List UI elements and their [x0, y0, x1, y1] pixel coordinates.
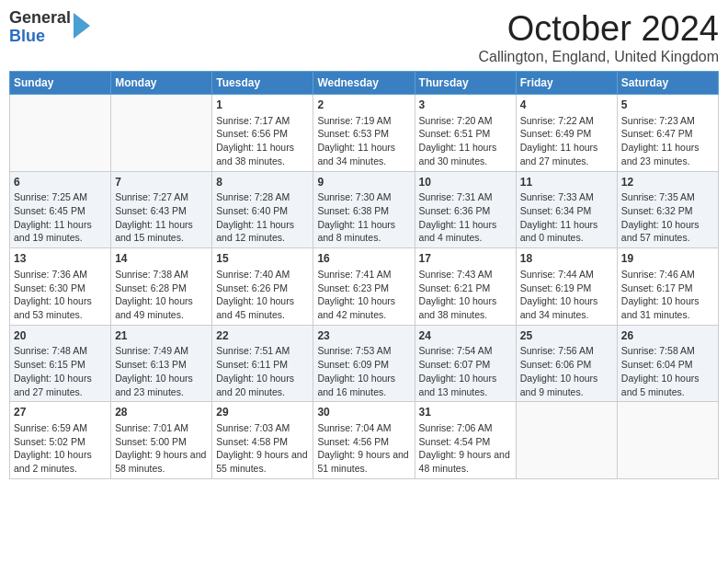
week-row-2: 6Sunrise: 7:25 AM Sunset: 6:45 PM Daylig…	[10, 171, 719, 248]
calendar-cell: 12Sunrise: 7:35 AM Sunset: 6:32 PM Dayli…	[617, 171, 718, 248]
day-number: 17	[419, 251, 512, 267]
day-info: Sunrise: 7:58 AM Sunset: 6:04 PM Dayligh…	[621, 344, 714, 398]
day-info: Sunrise: 7:44 AM Sunset: 6:19 PM Dayligh…	[520, 268, 613, 322]
day-number: 14	[115, 251, 208, 267]
day-number: 12	[621, 175, 714, 190]
day-info: Sunrise: 7:22 AM Sunset: 6:49 PM Dayligh…	[520, 114, 613, 168]
calendar-cell	[111, 95, 212, 172]
calendar-cell: 28Sunrise: 7:01 AM Sunset: 5:00 PM Dayli…	[111, 402, 212, 479]
calendar-cell: 9Sunrise: 7:30 AM Sunset: 6:38 PM Daylig…	[313, 171, 415, 248]
day-number: 22	[216, 328, 309, 344]
day-number: 21	[115, 328, 208, 344]
day-number: 26	[621, 328, 714, 344]
day-info: Sunrise: 7:41 AM Sunset: 6:23 PM Dayligh…	[317, 268, 410, 322]
day-info: Sunrise: 7:04 AM Sunset: 4:56 PM Dayligh…	[317, 421, 410, 476]
calendar-cell: 21Sunrise: 7:49 AM Sunset: 6:13 PM Dayli…	[111, 325, 212, 402]
header-row: SundayMondayTuesdayWednesdayThursdayFrid…	[10, 72, 719, 95]
week-row-5: 27Sunrise: 6:59 AM Sunset: 5:02 PM Dayli…	[10, 402, 719, 479]
day-number: 15	[216, 251, 309, 267]
header-monday: Monday	[111, 72, 212, 95]
calendar-cell: 14Sunrise: 7:38 AM Sunset: 6:28 PM Dayli…	[111, 248, 212, 326]
calendar-cell	[516, 402, 617, 479]
calendar-cell: 18Sunrise: 7:44 AM Sunset: 6:19 PM Dayli…	[516, 248, 617, 326]
calendar-cell: 7Sunrise: 7:27 AM Sunset: 6:43 PM Daylig…	[111, 171, 212, 248]
calendar-cell: 8Sunrise: 7:28 AM Sunset: 6:40 PM Daylig…	[212, 171, 313, 248]
day-number: 13	[14, 251, 107, 267]
day-number: 25	[520, 328, 613, 344]
day-number: 2	[317, 98, 410, 113]
day-number: 28	[115, 405, 208, 420]
location: Callington, England, United Kingdom	[479, 49, 720, 65]
calendar-cell: 17Sunrise: 7:43 AM Sunset: 6:21 PM Dayli…	[415, 248, 516, 326]
day-info: Sunrise: 7:03 AM Sunset: 4:58 PM Dayligh…	[216, 421, 309, 476]
calendar-cell: 13Sunrise: 7:36 AM Sunset: 6:30 PM Dayli…	[10, 248, 111, 326]
week-row-1: 1Sunrise: 7:17 AM Sunset: 6:56 PM Daylig…	[10, 95, 719, 172]
day-number: 27	[14, 405, 107, 420]
day-number: 4	[520, 98, 613, 113]
day-number: 16	[317, 251, 410, 267]
day-info: Sunrise: 7:06 AM Sunset: 4:54 PM Dayligh…	[419, 421, 512, 476]
day-number: 3	[419, 98, 512, 113]
header-friday: Friday	[516, 72, 617, 95]
title-block: October 2024 Callington, England, United…	[479, 9, 720, 65]
logo-general: General	[9, 8, 71, 27]
calendar-cell	[10, 95, 111, 172]
calendar-cell: 27Sunrise: 6:59 AM Sunset: 5:02 PM Dayli…	[10, 402, 111, 479]
calendar-cell: 20Sunrise: 7:48 AM Sunset: 6:15 PM Dayli…	[10, 325, 111, 402]
calendar-cell: 24Sunrise: 7:54 AM Sunset: 6:07 PM Dayli…	[415, 325, 516, 402]
day-number: 24	[419, 328, 512, 344]
day-info: Sunrise: 7:20 AM Sunset: 6:51 PM Dayligh…	[419, 114, 512, 168]
calendar-cell: 5Sunrise: 7:23 AM Sunset: 6:47 PM Daylig…	[617, 95, 718, 172]
day-info: Sunrise: 7:01 AM Sunset: 5:00 PM Dayligh…	[115, 421, 208, 476]
day-info: Sunrise: 7:19 AM Sunset: 6:53 PM Dayligh…	[317, 114, 410, 168]
day-number: 18	[520, 251, 613, 267]
week-row-3: 13Sunrise: 7:36 AM Sunset: 6:30 PM Dayli…	[10, 248, 719, 326]
logo: General Blue	[9, 9, 90, 46]
day-info: Sunrise: 7:23 AM Sunset: 6:47 PM Dayligh…	[621, 114, 714, 168]
calendar-table: SundayMondayTuesdayWednesdayThursdayFrid…	[9, 71, 719, 479]
day-number: 31	[419, 405, 512, 420]
day-info: Sunrise: 6:59 AM Sunset: 5:02 PM Dayligh…	[14, 421, 107, 476]
calendar-cell: 31Sunrise: 7:06 AM Sunset: 4:54 PM Dayli…	[415, 402, 516, 479]
day-info: Sunrise: 7:17 AM Sunset: 6:56 PM Dayligh…	[216, 114, 309, 168]
header-sunday: Sunday	[10, 72, 111, 95]
page-header: General Blue October 2024 Callington, En…	[9, 9, 719, 65]
day-number: 20	[14, 328, 107, 344]
calendar-cell: 3Sunrise: 7:20 AM Sunset: 6:51 PM Daylig…	[415, 95, 516, 172]
header-tuesday: Tuesday	[212, 72, 313, 95]
calendar-cell: 11Sunrise: 7:33 AM Sunset: 6:34 PM Dayli…	[516, 171, 617, 248]
header-thursday: Thursday	[415, 72, 516, 95]
calendar-cell: 25Sunrise: 7:56 AM Sunset: 6:06 PM Dayli…	[516, 325, 617, 402]
calendar-cell: 30Sunrise: 7:04 AM Sunset: 4:56 PM Dayli…	[313, 402, 415, 479]
day-info: Sunrise: 7:54 AM Sunset: 6:07 PM Dayligh…	[419, 344, 512, 398]
day-info: Sunrise: 7:38 AM Sunset: 6:28 PM Dayligh…	[115, 268, 208, 322]
day-info: Sunrise: 7:35 AM Sunset: 6:32 PM Dayligh…	[621, 190, 714, 245]
day-info: Sunrise: 7:27 AM Sunset: 6:43 PM Dayligh…	[115, 190, 208, 245]
calendar-cell: 23Sunrise: 7:53 AM Sunset: 6:09 PM Dayli…	[313, 325, 415, 402]
calendar-cell: 16Sunrise: 7:41 AM Sunset: 6:23 PM Dayli…	[313, 248, 415, 326]
day-number: 11	[520, 175, 613, 190]
logo-arrow-icon	[74, 13, 90, 39]
day-number: 30	[317, 405, 410, 420]
day-info: Sunrise: 7:36 AM Sunset: 6:30 PM Dayligh…	[14, 268, 107, 322]
day-info: Sunrise: 7:31 AM Sunset: 6:36 PM Dayligh…	[419, 190, 512, 245]
day-info: Sunrise: 7:25 AM Sunset: 6:45 PM Dayligh…	[14, 190, 107, 245]
day-info: Sunrise: 7:53 AM Sunset: 6:09 PM Dayligh…	[317, 344, 410, 398]
week-row-4: 20Sunrise: 7:48 AM Sunset: 6:15 PM Dayli…	[10, 325, 719, 402]
calendar-header: SundayMondayTuesdayWednesdayThursdayFrid…	[10, 72, 719, 95]
day-number: 10	[419, 175, 512, 190]
day-info: Sunrise: 7:40 AM Sunset: 6:26 PM Dayligh…	[216, 268, 309, 322]
calendar-cell	[617, 402, 718, 479]
header-saturday: Saturday	[617, 72, 718, 95]
day-info: Sunrise: 7:46 AM Sunset: 6:17 PM Dayligh…	[621, 268, 714, 322]
day-number: 6	[14, 175, 107, 190]
calendar-cell: 26Sunrise: 7:58 AM Sunset: 6:04 PM Dayli…	[617, 325, 718, 402]
day-info: Sunrise: 7:33 AM Sunset: 6:34 PM Dayligh…	[520, 190, 613, 245]
day-info: Sunrise: 7:56 AM Sunset: 6:06 PM Dayligh…	[520, 344, 613, 398]
calendar-cell: 15Sunrise: 7:40 AM Sunset: 6:26 PM Dayli…	[212, 248, 313, 326]
day-number: 9	[317, 175, 410, 190]
day-number: 29	[216, 405, 309, 420]
day-number: 1	[216, 98, 309, 113]
day-number: 23	[317, 328, 410, 344]
calendar-cell: 4Sunrise: 7:22 AM Sunset: 6:49 PM Daylig…	[516, 95, 617, 172]
